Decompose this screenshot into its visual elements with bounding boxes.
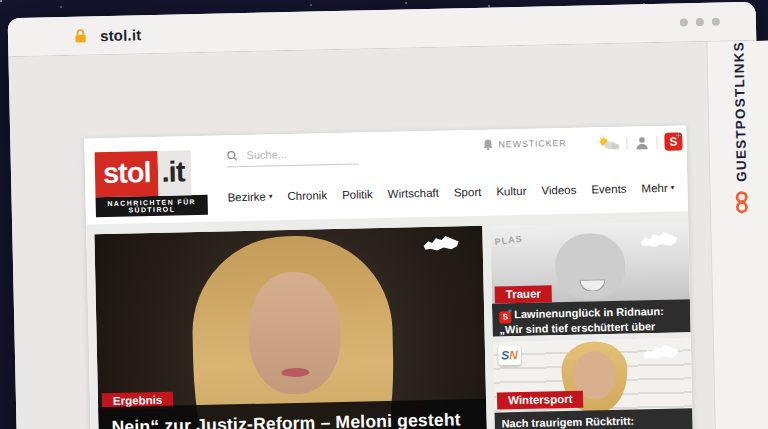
south-tyrol-map-icon — [638, 230, 680, 253]
side-headline[interactable]: Nach traurigem Rücktritt: Biathletin — [501, 415, 634, 429]
chain-link-icon — [731, 190, 754, 214]
nav-label: Wirtschaft — [388, 187, 439, 200]
search-input[interactable] — [244, 146, 358, 162]
user-icon[interactable] — [634, 135, 649, 150]
search-bar[interactable] — [227, 146, 359, 168]
browser-window: stol.it stol .it NACHRIC — [8, 2, 768, 429]
side-article-wintersport[interactable]: S N Wintersport Nach traurigem Rücktritt… — [493, 337, 694, 429]
window-dot — [712, 18, 720, 26]
logo-tld: .it — [157, 150, 192, 196]
nav-label: Sport — [454, 186, 482, 199]
category-label[interactable]: Wintersport — [497, 391, 584, 410]
site-logo[interactable]: stol .it NACHRICHTEN FÜR SÜDTIROL — [95, 150, 208, 217]
divider — [656, 136, 657, 149]
sn-letter-n: N — [509, 348, 518, 362]
newsticker-label: NEWSTICKER — [498, 138, 566, 149]
nav-item-mehr[interactable]: Mehr ▾ — [641, 182, 674, 195]
window-dot — [696, 18, 704, 26]
nav-item-videos[interactable]: Videos — [541, 184, 576, 197]
guestpostlinks-watermark: GUESTPOSTLINKS — [706, 41, 768, 429]
nav-label: Bezirke — [227, 191, 266, 204]
site-header: stol .it NACHRICHTEN FÜR SÜDTIROL — [84, 125, 688, 224]
chevron-down-icon: ▾ — [269, 192, 273, 200]
stol-page: stol .it NACHRICHTEN FÜR SÜDTIROL — [84, 125, 696, 429]
watermark-label: GUESTPOSTLINKS — [731, 41, 749, 182]
south-tyrol-map-icon — [422, 232, 461, 257]
window-menu-dots[interactable] — [680, 18, 720, 27]
nav-item-kultur[interactable]: Kultur — [496, 185, 526, 198]
nav-label: Politik — [342, 188, 373, 201]
nav-item-sport[interactable]: Sport — [454, 186, 482, 199]
header-icon-group: S + — [597, 132, 682, 152]
browser-viewport: stol .it NACHRICHTEN FÜR SÜDTIROL — [8, 41, 767, 429]
sponsor-text: PLAS — [494, 234, 523, 247]
window-dot — [680, 18, 688, 26]
splus-badge: S + — [499, 311, 511, 323]
main-nav: Bezirke ▾ Chronik Politik Wirtschaft — [227, 182, 674, 204]
side-headline-band: S + Lawinenunglück in Ridnaun: „Wir sind… — [492, 299, 691, 336]
divider — [626, 136, 627, 149]
side-headline[interactable]: Lawinenunglück in Ridnaun: „Wir sind tie… — [499, 305, 664, 337]
background-stars — [0, 0, 2, 2]
address-url[interactable]: stol.it — [100, 26, 142, 44]
side-headline-band: Nach traurigem Rücktritt: Biathletin — [494, 408, 693, 429]
splus-plus: + — [508, 307, 512, 316]
south-tyrol-map-icon — [641, 343, 681, 365]
splus-plus: + — [676, 130, 681, 140]
nav-label: Events — [591, 183, 626, 196]
lock-icon — [72, 27, 89, 44]
newsticker-link[interactable]: NEWSTICKER — [482, 137, 566, 151]
main-article[interactable]: Ergebnis Nein“ zur Justiz-Reform – Melon… — [94, 226, 489, 429]
nav-label: Chronik — [287, 189, 327, 202]
nav-item-wirtschaft[interactable]: Wirtschaft — [388, 187, 439, 200]
side-article-trauer[interactable]: PLAS Trauer S — [490, 221, 690, 336]
browser-mockup: stol.it stol .it NACHRIC — [0, 0, 768, 429]
nav-label: Mehr — [641, 182, 667, 195]
page-body: Ergebnis Nein“ zur Justiz-Reform – Melon… — [86, 211, 696, 429]
category-label[interactable]: Trauer — [495, 285, 553, 303]
nav-item-events[interactable]: Events — [591, 183, 626, 196]
nav-label: Videos — [541, 184, 576, 197]
nav-label: Kultur — [496, 185, 526, 198]
screenshot-stage: stol.it stol .it NACHRIC — [0, 0, 768, 429]
side-column: PLAS Trauer S — [490, 221, 696, 429]
main-headline[interactable]: Nein“ zur Justiz-Reform – Meloni gesteht — [111, 408, 473, 429]
nav-item-politik[interactable]: Politik — [342, 188, 373, 201]
bell-icon — [482, 139, 493, 151]
splus-badge[interactable]: S + — [664, 132, 682, 150]
logo-tagline: NACHRICHTEN FÜR SÜDTIROL — [96, 195, 208, 217]
nav-item-chronik[interactable]: Chronik — [287, 189, 327, 202]
chevron-down-icon: ▾ — [671, 184, 675, 192]
search-icon — [227, 149, 238, 162]
logo-name: stol — [95, 151, 159, 197]
logo-wordmark: stol .it — [95, 150, 208, 197]
nav-item-bezirke[interactable]: Bezirke ▾ — [227, 190, 272, 203]
sportnews-badge: S N — [498, 345, 521, 365]
weather-icon[interactable] — [597, 135, 619, 150]
